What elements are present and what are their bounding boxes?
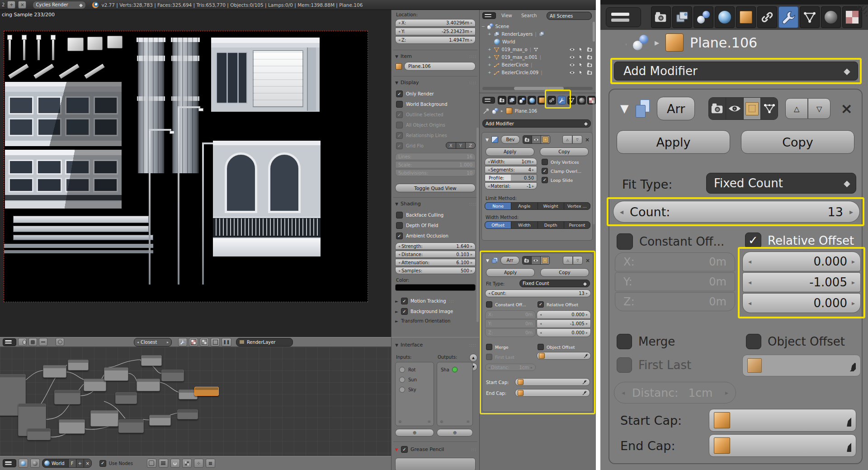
grease-pencil-header[interactable]: ▼ Grease Pencil :::	[395, 446, 476, 453]
outliner-row-curve[interactable]: + BezierCircle |	[488, 61, 593, 68]
limit-option-weight[interactable]: Weight	[538, 203, 564, 209]
scrollbar-horizontal[interactable]	[482, 87, 593, 90]
panel-drag-grip[interactable]: ::::	[469, 54, 476, 59]
limit-option-none[interactable]: None	[485, 203, 511, 209]
use-nodes-toggle[interactable]: Use Nodes	[99, 460, 133, 467]
fake-user-button[interactable]: F	[68, 459, 76, 467]
constant-z-field[interactable]: Z:0m	[485, 328, 536, 337]
plus-icon[interactable]: ⊕	[398, 419, 402, 424]
tab-world[interactable]	[715, 6, 735, 28]
editmode-toggle-icon[interactable]	[743, 98, 760, 119]
node[interactable]	[137, 379, 160, 391]
start-cap-field[interactable]	[515, 378, 590, 386]
selectability-cursor-icon[interactable]	[578, 47, 584, 52]
partial-widget[interactable]	[395, 458, 476, 470]
eyedropper-icon[interactable]	[582, 380, 587, 385]
visibility-eye-icon[interactable]	[569, 62, 575, 68]
end-cap-field[interactable]	[515, 389, 590, 397]
add-input-button[interactable]: ⊕	[395, 429, 434, 437]
node[interactable]	[43, 365, 66, 378]
move-modifier-down-button[interactable]: ▽	[572, 135, 582, 144]
width-option-width[interactable]: Width	[511, 222, 537, 228]
footer-icon-button[interactable]	[147, 459, 156, 468]
cage-toggle-icon[interactable]	[760, 98, 778, 119]
render-engine-select[interactable]: Cycles Render	[33, 1, 86, 9]
move-modifier-down-button[interactable]: ▽	[573, 256, 583, 265]
expand-icon[interactable]: +	[488, 70, 491, 75]
color-swatch[interactable]	[395, 284, 476, 291]
grid-subdivisions-field[interactable]: Subdivisions:10	[395, 169, 476, 176]
move-modifier-up-button[interactable]: △	[563, 256, 573, 265]
check-relative-offset[interactable]: Relative Offset	[745, 233, 854, 249]
node-header-icon-button[interactable]	[56, 338, 64, 346]
viewport-toggle-eye-icon[interactable]	[532, 136, 541, 143]
outliner-row-object[interactable]: + 019_max_o.001 |	[488, 53, 593, 61]
check-relative-offset[interactable]: Relative Offset	[538, 301, 578, 308]
scrollbar-vertical[interactable]	[593, 98, 595, 224]
check-first-last[interactable]: First Last	[486, 354, 514, 360]
viewport-toggle-eye-icon[interactable]	[726, 98, 743, 119]
new-datablock-button[interactable]: +	[76, 459, 84, 467]
node[interactable]	[115, 392, 137, 404]
row-label[interactable]: BezierCircle.009	[502, 70, 539, 75]
modifier-name-field[interactable]: Bev	[501, 135, 520, 144]
move-modifier-down-button[interactable]: ▽	[808, 98, 830, 119]
node[interactable]	[104, 367, 128, 381]
relative-x-field[interactable]: ◂0.000▸	[742, 252, 861, 271]
panel-drag-grip[interactable]: ::::	[469, 81, 476, 85]
menu-search[interactable]: Search	[521, 13, 537, 18]
ao-distance-field[interactable]: ◂Distance:0.103▸	[395, 251, 476, 258]
location-y-field[interactable]: ◂Y: -25.23423m▸	[395, 28, 476, 35]
pin-icon[interactable]	[609, 33, 627, 52]
copy-button[interactable]: Copy	[540, 147, 589, 156]
node[interactable]	[149, 415, 171, 426]
scrollbar[interactable]	[476, 128, 479, 322]
outliner-row-world[interactable]: World	[494, 38, 593, 45]
increment-arrow-icon[interactable]: ▸	[471, 38, 472, 42]
motion-tracking-header[interactable]: ► Motion Tracking :::	[395, 298, 454, 304]
pause-button[interactable]: ❚❚	[222, 338, 231, 347]
panel-drag-grip[interactable]: :::	[471, 447, 476, 452]
tab-world[interactable]	[528, 96, 536, 104]
check-outline-selected[interactable]: Outline Selected	[396, 111, 443, 118]
tab-object-data[interactable]	[800, 6, 820, 28]
node-header-icon-button[interactable]	[178, 338, 187, 347]
node-header-icon-button[interactable]	[211, 338, 220, 347]
scenes-filter-dropdown[interactable]: All Scenes	[547, 12, 592, 20]
row-label[interactable]: 019_max_o	[502, 47, 528, 52]
tab-constraints[interactable]	[757, 6, 777, 28]
render-toggle-camera-icon[interactable]	[523, 256, 531, 264]
editmode-toggle-icon[interactable]	[541, 136, 550, 143]
unlink-datablock-button[interactable]: ×	[84, 459, 91, 467]
check-clamp-overlap[interactable]: Clamp Overl...	[542, 168, 581, 174]
outliner-row-object[interactable]: + 019_max_o |	[488, 46, 593, 53]
shading-panel-header[interactable]: ▼ Shading ::::	[395, 201, 476, 207]
render-toggle-camera-icon[interactable]	[523, 136, 532, 143]
node-header-icon-button[interactable]	[28, 338, 37, 346]
menu-view[interactable]: View	[501, 13, 512, 18]
check-first-last[interactable]: First Last	[617, 357, 691, 373]
panel-drag-grip[interactable]: ::::	[469, 343, 476, 347]
renderlayer-field[interactable]: RenderLayer	[236, 338, 293, 347]
outliner-row-renderlayers[interactable]: + RenderLayers |	[488, 30, 593, 38]
delete-modifier-icon[interactable]: ×	[585, 257, 590, 264]
node[interactable]	[68, 360, 89, 370]
panel-drag-grip[interactable]: ::::	[469, 202, 476, 206]
delete-modifier-icon[interactable]: ×	[840, 100, 853, 117]
row-label[interactable]: RenderLayers	[502, 32, 533, 37]
disclosure-triangle-icon[interactable]: ▼	[486, 258, 489, 263]
limit-option-angle[interactable]: Angle	[511, 203, 537, 209]
constant-x-field[interactable]: X:0m	[615, 252, 735, 271]
selectability-cursor-icon[interactable]	[578, 62, 584, 67]
editor-type-button[interactable]	[3, 459, 16, 467]
location-x-field[interactable]: ◂X: 3.40296m▸	[395, 19, 476, 27]
input-item[interactable]: Rot	[408, 367, 416, 372]
check-world-background[interactable]: World Background	[396, 101, 448, 108]
merge-distance-field[interactable]: ◂Distanc: 1cm▸	[485, 364, 536, 371]
grab-icon[interactable]: ≡	[466, 419, 470, 424]
fit-type-dropdown[interactable]: Fixed Count	[519, 280, 590, 287]
increment-arrow-icon[interactable]: ▸	[471, 29, 472, 33]
renderability-camera-icon[interactable]	[587, 70, 593, 76]
width-option-percent[interactable]: Percent	[564, 222, 590, 228]
footer-icon-button[interactable]: ▦	[206, 459, 215, 468]
